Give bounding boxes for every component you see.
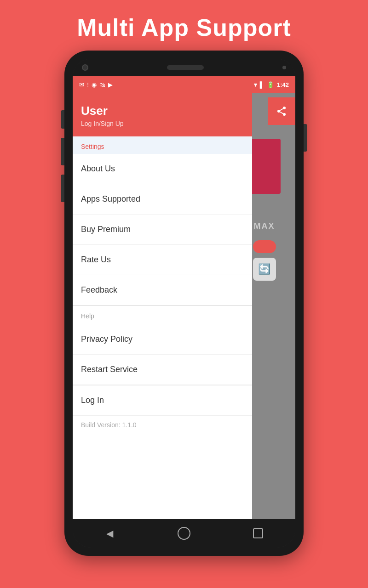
gmail-icon: ✉ xyxy=(79,81,84,88)
svg-line-3 xyxy=(280,112,283,114)
phone-frame: ✉ ⁝ ◉ 🛍 ▶ ▾ ▌ 🔋 1:42 xyxy=(64,51,304,556)
volume-button-up xyxy=(61,138,64,165)
drawer-build-version: Build Version: 1.1.0 xyxy=(73,416,252,434)
bg-app-icon: 🔄 xyxy=(253,258,276,281)
svg-point-1 xyxy=(277,110,280,113)
drawer-item-privacy-policy[interactable]: Privacy Policy xyxy=(73,324,252,355)
drawer-item-apps-supported[interactable]: Apps Supported xyxy=(73,184,252,215)
drawer-item-about-us[interactable]: About Us xyxy=(73,154,252,184)
power-button xyxy=(304,124,307,152)
bottom-nav-bar: ◀ xyxy=(73,519,295,548)
svg-point-0 xyxy=(283,107,286,109)
nav-drawer: User Log In/Sign Up Settings About Us Ap… xyxy=(73,93,252,519)
drawer-section-help: Help xyxy=(73,306,252,324)
front-sensor xyxy=(282,66,286,69)
drawer-user-sub[interactable]: Log In/Sign Up xyxy=(81,120,244,127)
drawer-item-log-in[interactable]: Log In xyxy=(73,385,252,416)
earpiece-speaker xyxy=(167,65,204,70)
drawer-header: User Log In/Sign Up xyxy=(73,93,252,136)
drawer-item-feedback[interactable]: Feedback xyxy=(73,275,252,305)
wifi-icon: ▾ xyxy=(254,81,257,88)
volume-button-down xyxy=(61,175,64,202)
status-bar: ✉ ⁝ ◉ 🛍 ▶ ▾ ▌ 🔋 1:42 xyxy=(73,76,295,93)
signal-icon: ▌ xyxy=(260,81,264,88)
battery-icon: 🔋 xyxy=(267,81,274,88)
front-camera xyxy=(82,64,88,71)
phone-screen: ✉ ⁝ ◉ 🛍 ▶ ▾ ▌ 🔋 1:42 xyxy=(73,59,295,548)
circle-icon: ◉ xyxy=(92,81,97,88)
drawer-section-settings[interactable]: Settings xyxy=(73,136,252,154)
time-display: 1:42 xyxy=(277,81,289,88)
app-content: MAX 🔄 User Log In/Sign Up Settings About… xyxy=(73,93,295,519)
status-bar-left: ✉ ⁝ ◉ 🛍 ▶ xyxy=(79,81,113,88)
home-icon xyxy=(178,527,190,540)
phone-top-bezel xyxy=(73,59,295,76)
recents-icon xyxy=(253,528,263,538)
home-button[interactable] xyxy=(178,527,190,540)
bg-toggle xyxy=(253,240,276,253)
bg-max-label: MAX xyxy=(254,221,275,231)
volume-button-top xyxy=(61,110,64,129)
drawer-user-name: User xyxy=(81,104,244,118)
drawer-item-restart-service[interactable]: Restart Service xyxy=(73,355,252,385)
drawer-item-buy-premium[interactable]: Buy Premium xyxy=(73,215,252,245)
drawer-item-rate-us[interactable]: Rate Us xyxy=(73,245,252,275)
play-icon: ▶ xyxy=(108,81,113,88)
recents-button[interactable] xyxy=(252,527,264,540)
dots-icon: ⁝ xyxy=(87,81,89,88)
status-bar-right: ▾ ▌ 🔋 1:42 xyxy=(254,81,289,88)
page-title: Multi App Support xyxy=(77,14,291,41)
bag-icon: 🛍 xyxy=(99,81,105,88)
back-button[interactable]: ◀ xyxy=(104,527,116,540)
back-icon: ◀ xyxy=(106,528,113,539)
share-button[interactable] xyxy=(268,97,295,125)
svg-point-2 xyxy=(283,113,286,116)
svg-line-4 xyxy=(280,109,283,111)
bg-red-block xyxy=(248,139,281,194)
